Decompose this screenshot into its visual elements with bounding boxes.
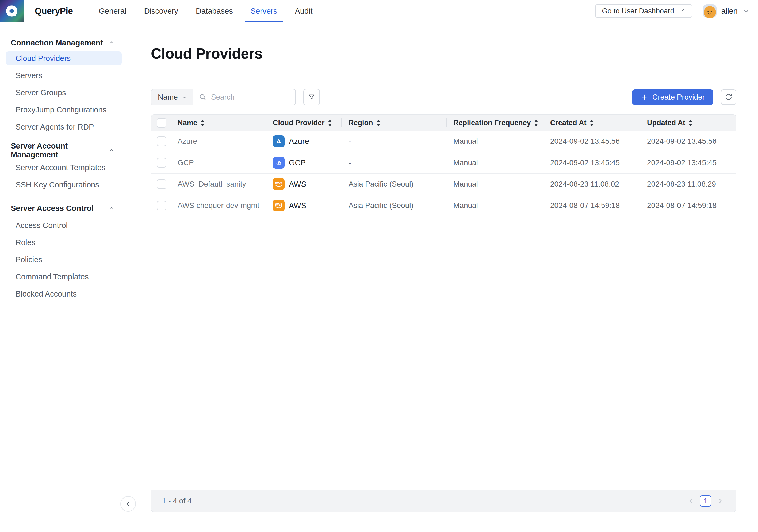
- tab-discovery[interactable]: Discovery: [135, 0, 187, 22]
- sidebar-item-ssh-key-configurations[interactable]: SSH Key Configurations: [6, 176, 122, 193]
- pagination-summary: 1 - 4 of 4: [162, 497, 192, 505]
- row-provider-cell: Azure: [267, 131, 341, 152]
- querypie-logo[interactable]: [0, 0, 23, 22]
- table-footer: 1 - 4 of 4 1: [152, 490, 736, 512]
- chevron-right-icon: [716, 497, 724, 505]
- column-header-name[interactable]: Name: [173, 115, 267, 131]
- tab-audit[interactable]: Audit: [286, 0, 322, 22]
- table-row[interactable]: AWS_Defautl_sanity aws AWS Asia Pacific …: [152, 174, 736, 195]
- sidebar-item-server-account-templates[interactable]: Server Account Templates: [6, 159, 122, 176]
- row-name: AWS chequer-dev-mgmt: [173, 195, 267, 216]
- section-title: Server Account Management: [11, 142, 108, 159]
- page-title: Cloud Providers: [151, 45, 736, 62]
- select-all-checkbox[interactable]: [157, 118, 166, 128]
- sidebar-item-blocked-accounts[interactable]: Blocked Accounts: [6, 285, 122, 302]
- aws-icon: aws: [273, 178, 285, 190]
- create-provider-button[interactable]: Create Provider: [632, 89, 713, 105]
- column-header-region[interactable]: Region: [341, 115, 446, 131]
- previous-page-button[interactable]: [687, 497, 695, 505]
- row-created-at: 2024-09-02 13:45:45: [546, 152, 638, 173]
- nav-tabs: General Discovery Databases Servers Audi…: [90, 0, 322, 22]
- gcp-icon: [273, 157, 285, 169]
- user-menu[interactable]: allen: [703, 4, 750, 18]
- search-icon: [199, 93, 207, 101]
- search-input-wrap: [193, 89, 295, 105]
- svg-text:aws: aws: [275, 202, 283, 206]
- section-title: Server Access Control: [11, 204, 94, 213]
- aws-icon: aws: [273, 200, 285, 211]
- row-checkbox-cell: [152, 195, 173, 216]
- querypie-logo-icon: [5, 4, 19, 18]
- column-label: Updated At: [647, 119, 685, 127]
- brand-name: QueryPie: [35, 6, 73, 16]
- sort-icon: [328, 120, 332, 126]
- row-region: -: [341, 152, 446, 173]
- sidebar-item-command-templates[interactable]: Command Templates: [6, 268, 122, 285]
- row-updated-at: 2024-09-02 13:45:45: [638, 152, 736, 173]
- chevron-left-icon: [687, 497, 695, 505]
- sidebar-collapse-button[interactable]: [121, 496, 136, 512]
- row-replication-frequency: Manual: [446, 195, 546, 216]
- refresh-icon: [724, 93, 733, 101]
- filter-button[interactable]: [303, 89, 320, 105]
- svg-text:aws: aws: [275, 181, 283, 185]
- sidebar-item-server-agents-for-rdp[interactable]: Server Agents for RDP: [6, 118, 122, 135]
- pagination: 1: [687, 495, 724, 507]
- header-checkbox-cell: [152, 115, 173, 131]
- search-input[interactable]: [211, 92, 290, 102]
- row-created-at: 2024-08-23 11:08:02: [546, 174, 638, 195]
- row-region: Asia Pacific (Seoul): [341, 174, 446, 195]
- table-empty-space: [152, 217, 736, 490]
- column-header-replication-frequency[interactable]: Replication Frequency: [446, 115, 546, 131]
- row-name: Azure: [173, 131, 267, 152]
- search-field-select[interactable]: Name: [152, 89, 193, 105]
- tab-servers[interactable]: Servers: [242, 0, 286, 22]
- section-header-connection-management[interactable]: Connection Management: [6, 37, 122, 48]
- row-checkbox-cell: [152, 152, 173, 173]
- chevron-up-icon: [108, 205, 115, 211]
- table-row[interactable]: GCP GCP - Manual 2024-09-02 13:45:45 202…: [152, 152, 736, 174]
- sidebar-item-servers[interactable]: Servers: [6, 67, 122, 84]
- row-provider-cell: aws AWS: [267, 195, 341, 216]
- search-control: Name: [151, 89, 296, 105]
- column-header-created-at[interactable]: Created At: [546, 115, 638, 131]
- nav-divider: [86, 5, 86, 17]
- sidebar-item-policies[interactable]: Policies: [6, 251, 122, 268]
- sidebar-item-cloud-providers[interactable]: Cloud Providers: [6, 52, 122, 65]
- sort-icon: [688, 120, 693, 126]
- column-header-updated-at[interactable]: Updated At: [638, 115, 736, 131]
- next-page-button[interactable]: [716, 497, 724, 505]
- go-to-user-dashboard-button[interactable]: Go to User Dashboard: [595, 4, 693, 18]
- row-updated-at: 2024-09-02 13:45:56: [638, 131, 736, 152]
- section-header-server-account-management[interactable]: Server Account Management: [6, 145, 122, 156]
- sidebar-item-proxyjump-configurations[interactable]: ProxyJump Configurations: [6, 101, 122, 118]
- row-checkbox-cell: [152, 131, 173, 152]
- row-checkbox[interactable]: [157, 179, 166, 189]
- row-checkbox[interactable]: [157, 136, 166, 146]
- row-replication-frequency: Manual: [446, 174, 546, 195]
- sidebar-item-server-groups[interactable]: Server Groups: [6, 84, 122, 101]
- row-provider-cell: GCP: [267, 152, 341, 173]
- refresh-button[interactable]: [721, 89, 736, 105]
- sidebar-item-access-control[interactable]: Access Control: [6, 217, 122, 234]
- chevron-down-icon: [182, 94, 188, 100]
- table-row[interactable]: AWS chequer-dev-mgmt aws AWS Asia Pacifi…: [152, 195, 736, 217]
- row-provider-label: AWS: [289, 201, 306, 210]
- table-row[interactable]: Azure Azure - Manual 2024-09-02 13:45:56…: [152, 131, 736, 152]
- tab-general[interactable]: General: [90, 0, 135, 22]
- column-label: Name: [178, 119, 197, 127]
- avatar: [703, 4, 716, 18]
- column-label: Replication Frequency: [453, 119, 531, 127]
- sidebar-section-connection-management: Connection Management Cloud Providers Se…: [6, 37, 122, 135]
- main-content: Cloud Providers Name: [129, 22, 758, 532]
- row-checkbox[interactable]: [157, 158, 166, 167]
- row-replication-frequency: Manual: [446, 152, 546, 173]
- providers-table: Name Cloud Provider Region Replication F…: [151, 114, 736, 512]
- page-number[interactable]: 1: [700, 495, 711, 507]
- section-header-server-access-control[interactable]: Server Access Control: [6, 203, 122, 214]
- tab-databases[interactable]: Databases: [187, 0, 242, 22]
- row-checkbox[interactable]: [157, 201, 166, 210]
- column-header-cloud-provider[interactable]: Cloud Provider: [267, 115, 341, 131]
- row-name: GCP: [173, 152, 267, 173]
- sidebar-item-roles[interactable]: Roles: [6, 234, 122, 251]
